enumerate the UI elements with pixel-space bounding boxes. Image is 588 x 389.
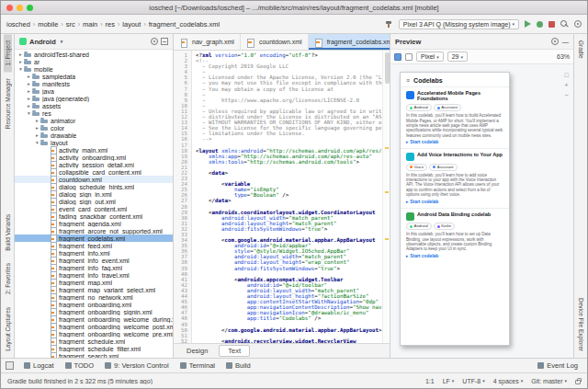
tree-item-fragment-no-network-xml[interactable]: fragment_no_network.xml <box>15 293 173 301</box>
tree-item-fragment-schedule-filter-xml[interactable]: fragment_schedule_filter.xml <box>15 345 173 352</box>
start-codelab-link[interactable]: ▸Start codelab <box>406 200 503 204</box>
design-view-icon[interactable] <box>394 53 401 61</box>
tree-item-fragment-info-event-xml[interactable]: fragment_info_event.xml <box>15 257 173 264</box>
tree-item-fading-snackbar-content-xml[interactable]: fading_snackbar_content.xml <box>15 212 173 220</box>
tree-item-fragment-codelabs-xml[interactable]: fragment_codelabs.xml <box>15 235 173 242</box>
tree-item-sampledata[interactable]: ▸sampledata <box>15 73 173 80</box>
tree-item-collapsible-card-content-xml[interactable]: collapsible_card_content.xml <box>15 168 173 176</box>
tree-item-activity-onboarding-xml[interactable]: activity_onboarding.xml <box>15 154 173 161</box>
toolwindow-button-9-version-control[interactable]: 9: Version Control <box>100 360 174 371</box>
breadcrumb-item-res[interactable]: res <box>106 20 115 29</box>
tree-item-fragment-agenda-xml[interactable]: fragment_agenda.xml <box>15 220 173 227</box>
tree-item-activity-main-xml[interactable]: activity_main.xml <box>15 146 173 154</box>
tree-item-fragment-info-xml[interactable]: fragment_info.xml <box>15 249 173 257</box>
zoom-window-button[interactable] <box>27 5 33 11</box>
chevron-down-icon[interactable]: ▾ <box>26 110 32 116</box>
device-dropdown[interactable]: Pixel 3 API Q (Missing system image)▾ <box>399 19 519 29</box>
tree-item-mobile[interactable]: ▾mobile <box>15 65 173 73</box>
tree-item-ar[interactable]: ▸ar <box>15 58 173 65</box>
tree-item-fragment-onboarding-welcome-post-xml[interactable]: fragment_onboarding_welcome_post.xml <box>15 323 173 330</box>
tree-item-java[interactable]: ▸java <box>15 87 173 95</box>
status-lf[interactable]: LF▾ <box>443 378 455 384</box>
tool-button-build-variants[interactable]: Build Variants <box>4 208 12 257</box>
stop-button[interactable] <box>548 21 555 28</box>
tree-item-layout[interactable]: ▾layout <box>15 139 173 146</box>
tree-item-fragment-onboarding-welcome-pre-xml[interactable]: fragment_onboarding_welcome_pre.xml <box>15 330 173 338</box>
tree-item-fragment-info-travel-xml[interactable]: fragment_info_travel.xml <box>15 271 173 279</box>
editor-tab-nav-graph-xml[interactable]: nav_graph.xml <box>174 34 241 50</box>
breadcrumb-item-main[interactable]: main <box>83 20 97 29</box>
status-git-master[interactable]: Git: master▾ <box>531 378 567 384</box>
tree-item-fragment-schedule-xml[interactable]: fragment_schedule.xml <box>15 338 173 345</box>
settings-icon[interactable] <box>574 20 582 28</box>
scrollbar-thumb[interactable] <box>385 52 390 84</box>
tree-item-fragment-onboarding-welcome-during-xml[interactable]: fragment_onboarding_welcome_during.xml <box>15 315 173 323</box>
tree-item-fragment-onboarding-xml[interactable]: fragment_onboarding.xml <box>15 301 173 308</box>
tab-text[interactable]: Text <box>219 345 250 357</box>
tool-button-2-favorites[interactable]: 2: Favorites <box>4 257 12 301</box>
search-everywhere-icon[interactable] <box>560 20 569 29</box>
start-codelab-link[interactable]: ▸Start codelab <box>406 140 503 144</box>
minimize-window-button[interactable] <box>17 5 23 11</box>
breadcrumb-item-mobile[interactable]: mobile <box>38 20 58 29</box>
warning-mark-icon[interactable] <box>385 147 389 149</box>
tree-item-fragment-map-variant-select-xml[interactable]: fragment_map_variant_select.xml <box>15 286 173 293</box>
start-codelab-link[interactable]: ▸Start codelab <box>406 254 503 258</box>
read-lock-icon[interactable] <box>575 380 581 384</box>
run-button[interactable] <box>525 20 531 28</box>
tree-item-activity-session-detail-xml[interactable]: activity_session_detail.xml <box>15 161 173 168</box>
zoom-in-icon[interactable]: + <box>564 82 568 88</box>
tree-item-event-card-content-xml[interactable]: event_card_content.xml <box>15 205 173 212</box>
status-4-spaces[interactable]: 4 spaces▾ <box>493 378 524 384</box>
code-editor[interactable]: 1234567891011121314151617181920212223242… <box>174 51 390 343</box>
tool-button-1-project[interactable]: 1: Project <box>4 34 12 72</box>
status-utf-8[interactable]: UTF-8▾ <box>462 378 484 384</box>
tree-item-java-generated[interactable]: ▸java (generated) <box>15 95 173 102</box>
tree-item-fragment-arcore-not-supported-xml[interactable]: fragment_arcore_not_supported.xml <box>15 227 173 235</box>
tree-item-dialog-sign-out-xml[interactable]: dialog_sign_out.xml <box>15 198 173 205</box>
tree-item-color[interactable]: ▸color <box>15 124 173 132</box>
chevron-right-icon[interactable]: ▸ <box>26 81 32 86</box>
debug-button[interactable] <box>537 21 543 28</box>
chevron-right-icon[interactable]: ▸ <box>17 51 24 57</box>
toolwindow-button-build[interactable]: Build <box>221 360 255 371</box>
code-lines[interactable]: <?xml version="1.0" encoding="utf-8"?><!… <box>192 51 382 343</box>
zoom-fit-icon[interactable]: □ <box>564 72 568 78</box>
tree-item-androidtest-shared[interactable]: ▸androidTest-shared <box>15 51 173 58</box>
tree-item-res[interactable]: ▾res <box>15 109 173 117</box>
tool-button-layout-captures[interactable]: Layout Captures <box>4 301 12 358</box>
close-window-button[interactable] <box>6 5 13 11</box>
status-1-1[interactable]: 1:1 <box>425 378 435 384</box>
warning-mark-icon[interactable] <box>385 191 389 193</box>
toolwindow-button-logcat[interactable]: Logcat <box>19 360 59 371</box>
tool-button-device-file-explorer[interactable]: Device File Explorer <box>577 292 585 358</box>
tree-item-fragment-onboarding-signin-xml[interactable]: fragment_onboarding_signin.xml <box>15 308 173 315</box>
chevron-down-icon[interactable]: ▾ <box>17 66 24 72</box>
preview-device-dropdown[interactable]: Pixel▾ <box>416 51 444 62</box>
tab-design[interactable]: Design <box>177 345 217 357</box>
chevron-right-icon[interactable]: ▸ <box>34 132 40 138</box>
project-options-gear-icon[interactable] <box>151 38 158 45</box>
chevron-right-icon[interactable]: ▸ <box>34 118 40 123</box>
warning-mark-icon[interactable] <box>385 238 389 240</box>
chevron-right-icon[interactable]: ▸ <box>26 96 32 101</box>
breadcrumb-item-src[interactable]: src <box>66 20 75 29</box>
tree-item-fragment-feed-xml[interactable]: fragment_feed.xml <box>15 242 173 249</box>
breadcrumb-item-layout[interactable]: layout <box>122 20 141 29</box>
build-hammer-icon[interactable] <box>385 20 393 29</box>
toolwindow-button-todo[interactable]: TODO <box>61 360 99 371</box>
chevron-right-icon[interactable]: ▸ <box>26 103 32 109</box>
design-surface[interactable]: ≡ Codelabs Accelerated Mobile Pages Foun… <box>390 64 573 358</box>
preview-api-dropdown[interactable]: 29▾ <box>447 51 468 62</box>
tree-item-manifests[interactable]: ▸manifests <box>15 80 173 87</box>
toolwindow-button-terminal[interactable]: Terminal <box>175 360 220 371</box>
hide-panel-icon[interactable]: — <box>562 39 569 45</box>
error-stripe[interactable] <box>382 51 390 343</box>
editor-tab-countdown-xml[interactable]: countdown.xml <box>241 34 309 50</box>
breadcrumb-item-iosched[interactable]: iosched <box>6 20 30 29</box>
tree-item-fragment-info-faq-xml[interactable]: fragment_info_faq.xml <box>15 264 173 271</box>
tree-item-drawable[interactable]: ▸drawable <box>15 132 173 139</box>
tool-button-resource-manager[interactable]: Resource Manager <box>4 72 12 135</box>
orientation-icon[interactable] <box>405 53 413 61</box>
chevron-right-icon[interactable]: ▸ <box>26 74 32 79</box>
